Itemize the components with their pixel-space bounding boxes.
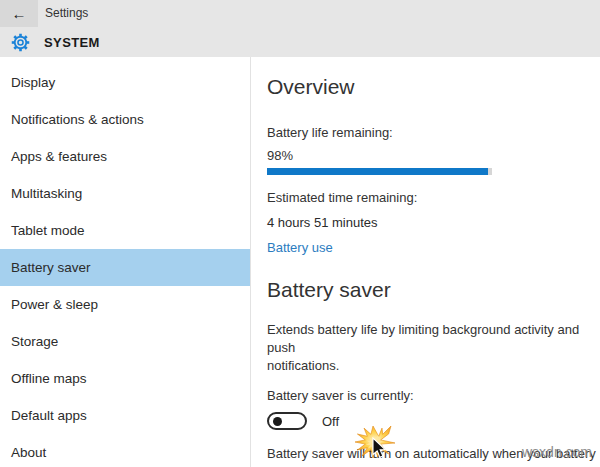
settings-window: ← Settings	[0, 0, 600, 467]
app-title: Settings	[45, 0, 88, 27]
battery-progress-bar	[267, 168, 492, 175]
header: ← Settings	[0, 0, 600, 57]
battery-use-link[interactable]: Battery use	[267, 240, 333, 255]
battery-life-label: Battery life remaining:	[267, 125, 597, 140]
main-content: Overview Battery life remaining: 98% Est…	[267, 75, 597, 467]
overview-heading: Overview	[267, 75, 597, 99]
page-title: SYSTEM	[44, 35, 100, 50]
battery-saver-description: Extends battery life by limiting backgro…	[267, 321, 597, 375]
battery-saver-heading: Battery saver	[267, 278, 597, 302]
watermark: wsxdn.com	[522, 444, 592, 460]
toggle-row: Off	[267, 412, 597, 430]
battery-saver-status-label: Battery saver is currently:	[267, 388, 597, 403]
back-arrow-icon: ←	[12, 5, 27, 22]
battery-progress-fill	[267, 168, 488, 175]
system-header: SYSTEM	[10, 32, 100, 53]
sidebar-item-multitasking[interactable]: Multitasking	[0, 175, 250, 212]
back-button[interactable]: ←	[0, 0, 38, 27]
toggle-state-label: Off	[322, 414, 339, 429]
sidebar-item-notifications[interactable]: Notifications & actions	[0, 101, 250, 138]
sidebar-item-about[interactable]: About	[0, 434, 250, 467]
sidebar-item-apps-features[interactable]: Apps & features	[0, 138, 250, 175]
sidebar-item-battery-saver[interactable]: Battery saver	[0, 249, 250, 286]
sidebar-item-offline-maps[interactable]: Offline maps	[0, 360, 250, 397]
sidebar-item-storage[interactable]: Storage	[0, 323, 250, 360]
battery-saver-toggle[interactable]	[267, 412, 307, 430]
battery-percent: 98%	[267, 148, 597, 163]
sidebar-item-display[interactable]: Display	[0, 64, 250, 101]
sidebar: Display Notifications & actions Apps & f…	[0, 57, 251, 467]
toggle-knob	[273, 417, 282, 426]
sidebar-item-default-apps[interactable]: Default apps	[0, 397, 250, 434]
sidebar-item-power-sleep[interactable]: Power & sleep	[0, 286, 250, 323]
sidebar-item-tablet-mode[interactable]: Tablet mode	[0, 212, 250, 249]
gear-icon	[10, 32, 31, 53]
estimated-time-label: Estimated time remaining:	[267, 190, 597, 205]
estimated-time-value: 4 hours 51 minutes	[267, 215, 597, 230]
